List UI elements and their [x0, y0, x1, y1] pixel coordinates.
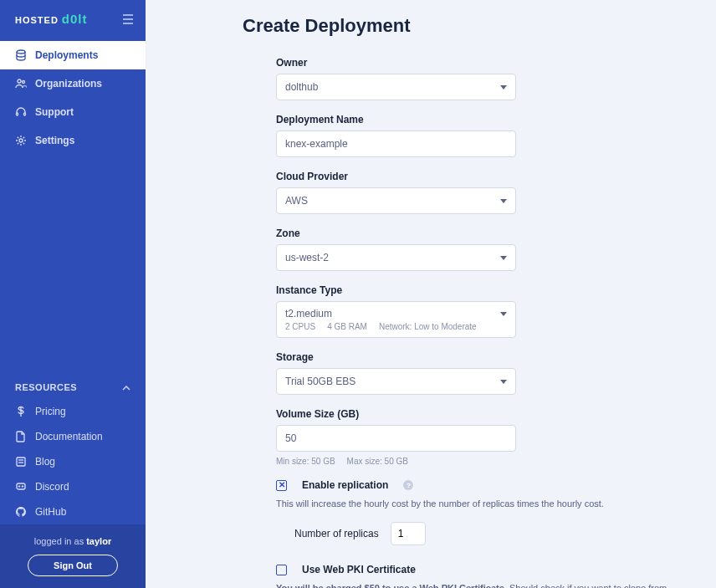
svg-point-8 — [19, 139, 23, 142]
page-title: Create Deployment — [243, 15, 686, 37]
volume-min: Min size: 50 GB — [276, 457, 335, 466]
instance-select[interactable]: t2.medium 2 CPUS 4 GB RAM Network: Low t… — [276, 301, 516, 338]
owner-select[interactable]: dolthub — [276, 74, 516, 100]
resources-title: RESOURCES — [15, 382, 77, 392]
svg-rect-9 — [17, 458, 25, 466]
svg-rect-6 — [17, 113, 18, 115]
sidebar: HOSTED d0lt Deployments Organizations Su… — [0, 0, 146, 588]
resources-header[interactable]: RESOURCES — [0, 376, 146, 399]
nav-label: Settings — [35, 135, 74, 146]
main-nav: Deployments Organizations Support Settin… — [0, 41, 146, 155]
nav-support[interactable]: Support — [0, 98, 146, 126]
zone-label: Zone — [276, 228, 686, 239]
hamburger-icon[interactable] — [122, 14, 134, 24]
resource-pricing[interactable]: Pricing — [0, 399, 146, 424]
webpki-checkbox[interactable] — [276, 565, 287, 575]
login-status: logged in as taylor — [12, 536, 134, 546]
nav-organizations[interactable]: Organizations — [0, 69, 146, 98]
instance-cpus: 2 CPUS — [285, 322, 315, 331]
provider-value: AWS — [285, 195, 308, 207]
sidebar-header: HOSTED d0lt — [0, 0, 146, 38]
resource-discord[interactable]: Discord — [0, 474, 146, 499]
nav-deployments[interactable]: Deployments — [0, 41, 146, 69]
name-label: Deployment Name — [276, 114, 686, 125]
volume-input[interactable] — [276, 425, 516, 452]
resource-label: Documentation — [35, 431, 103, 442]
replicas-label: Number of replicas — [294, 528, 379, 539]
main-content: Create Deployment Owner dolthub Deployme… — [146, 0, 716, 588]
github-icon — [15, 506, 27, 518]
dollar-icon — [15, 406, 27, 417]
replicas-input[interactable] — [391, 522, 426, 545]
svg-rect-12 — [17, 483, 25, 489]
replication-checkbox[interactable] — [276, 480, 287, 491]
database-icon — [15, 49, 27, 61]
svg-point-5 — [23, 81, 25, 84]
resource-documentation[interactable]: Documentation — [0, 424, 146, 449]
nav-label: Support — [35, 106, 74, 118]
owner-label: Owner — [276, 57, 686, 69]
owner-value: dolthub — [285, 81, 318, 93]
provider-label: Cloud Provider — [276, 171, 686, 182]
svg-point-14 — [22, 486, 23, 488]
svg-rect-7 — [24, 113, 26, 115]
provider-select[interactable]: AWS — [276, 187, 516, 214]
volume-label: Volume Size (GB) — [276, 408, 686, 420]
logo-dolt: d0lt — [62, 12, 88, 26]
username: taylor — [86, 536, 111, 546]
discord-icon — [15, 481, 27, 493]
storage-value: Trial 50GB EBS — [285, 376, 355, 387]
resource-label: GitHub — [35, 506, 66, 518]
field-storage: Storage Trial 50GB EBS — [276, 351, 686, 395]
volume-max: Max size: 50 GB — [347, 457, 408, 466]
instance-network: Network: Low to Moderate — [379, 322, 477, 331]
headphones-icon — [15, 106, 27, 118]
sidebar-footer: logged in as taylor Sign Out — [0, 524, 146, 588]
svg-point-3 — [17, 50, 25, 54]
resource-label: Pricing — [35, 406, 66, 417]
caret-down-icon — [500, 312, 507, 316]
nav-settings[interactable]: Settings — [0, 126, 146, 155]
instance-value: t2.medium — [285, 308, 332, 320]
resource-github[interactable]: GitHub — [0, 499, 146, 524]
caret-down-icon — [500, 199, 507, 203]
resource-label: Discord — [35, 481, 69, 493]
caret-down-icon — [500, 380, 507, 384]
nav-label: Deployments — [35, 49, 98, 61]
field-zone: Zone us-west-2 — [276, 228, 686, 271]
blog-icon — [15, 456, 27, 468]
resource-blog[interactable]: Blog — [0, 449, 146, 474]
users-icon — [15, 78, 27, 89]
caret-down-icon — [500, 256, 507, 260]
logo-hosted: HOSTED — [15, 15, 59, 25]
chevron-up-icon — [122, 382, 130, 392]
nav-label: Organizations — [35, 78, 102, 89]
field-deployment-name: Deployment Name — [276, 114, 686, 157]
logged-in-prefix: logged in as — [34, 536, 86, 546]
gear-icon — [15, 135, 27, 146]
webpki-note: You will be charged $50 to use a Web PKI… — [276, 582, 686, 588]
zone-select[interactable]: us-west-2 — [276, 244, 516, 271]
instance-label: Instance Type — [276, 284, 686, 296]
svg-point-4 — [18, 79, 21, 83]
field-cloud-provider: Cloud Provider AWS — [276, 171, 686, 214]
replication-note: This will increase the hourly cost by th… — [276, 498, 686, 510]
resource-label: Blog — [35, 456, 55, 468]
name-input[interactable] — [276, 130, 516, 157]
storage-select[interactable]: Trial 50GB EBS — [276, 368, 516, 395]
info-icon[interactable]: ? — [403, 480, 413, 490]
zone-value: us-west-2 — [285, 252, 329, 263]
resources-list: Pricing Documentation Blog Discord GitHu… — [0, 399, 146, 524]
logo[interactable]: HOSTED d0lt — [15, 12, 88, 26]
section-replication: Enable replication ? This will increase … — [276, 479, 686, 545]
svg-point-13 — [18, 486, 20, 488]
webpki-label: Use Web PKI Certificate — [302, 564, 416, 575]
caret-down-icon — [500, 85, 507, 89]
section-webpki: Use Web PKI Certificate You will be char… — [276, 564, 686, 588]
replication-label: Enable replication — [302, 479, 388, 491]
webpki-note-bold: You will be charged $50 to use a Web PKI… — [276, 583, 507, 588]
signout-button[interactable]: Sign Out — [28, 555, 118, 576]
field-instance-type: Instance Type t2.medium 2 CPUS 4 GB RAM … — [276, 284, 686, 338]
instance-ram: 4 GB RAM — [327, 322, 367, 331]
storage-label: Storage — [276, 351, 686, 363]
